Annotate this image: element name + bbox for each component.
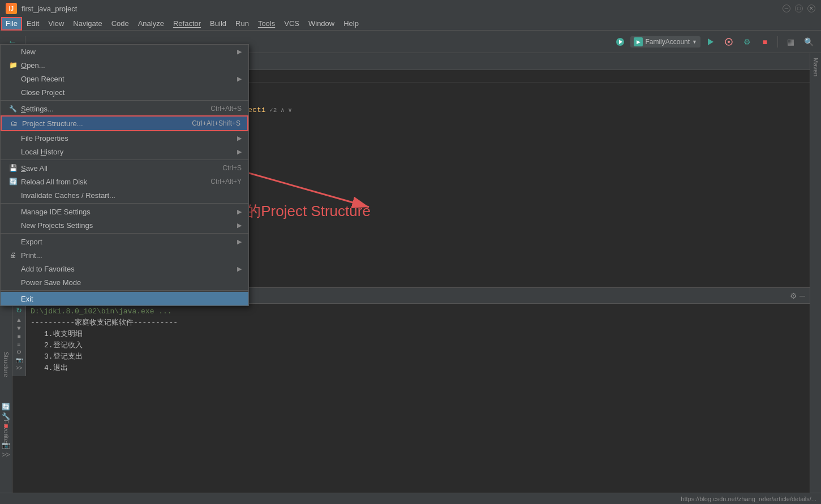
minimize-button[interactable]: ─: [783, 5, 790, 12]
print-icon: 🖨: [7, 251, 19, 260]
run-config-icon: [612, 34, 628, 50]
menu-item-close-project[interactable]: Close Project: [1, 85, 248, 99]
menu-item-manage-ide[interactable]: Manage IDE Settings ▶: [1, 205, 248, 218]
menu-item-power-save[interactable]: Power Save Mode: [1, 275, 248, 289]
menu-item-invalidate[interactable]: Invalidate Caches / Restart...: [1, 188, 248, 202]
close-button[interactable]: ✕: [807, 5, 815, 12]
export-arrow: ▶: [237, 238, 242, 245]
right-sidebar: Maven: [810, 53, 821, 493]
menu-item-add-favorites[interactable]: Add to Favorites ▶: [1, 262, 248, 275]
more-icon[interactable]: >>: [16, 365, 23, 371]
maximize-button[interactable]: □: [795, 5, 803, 12]
menu-item-exit[interactable]: Exit: [1, 292, 248, 305]
menu-help[interactable]: Help: [339, 17, 363, 31]
menu-bar: File Edit View Navigate Code Analyze Ref…: [0, 17, 821, 31]
rerun-icon[interactable]: ↻: [16, 306, 22, 315]
toolbar-icon-3[interactable]: ■: [4, 422, 8, 430]
menu-item-new[interactable]: New ▶: [1, 45, 248, 58]
maven-panel-label[interactable]: Maven: [811, 53, 820, 81]
save-icon: 💾: [7, 163, 19, 173]
menu-item-project-structure[interactable]: 🗂 Project Structure... Ctrl+Alt+Shift+S: [1, 115, 248, 131]
menu-code[interactable]: Code: [107, 17, 134, 31]
bottom-panel: Run: ▶ FamilyAccount ✕ ⚙ ─ ↻ ▲ ▼ ■: [12, 287, 810, 493]
settings-icon-menu: 🔧: [7, 104, 19, 113]
close-project-icon: [7, 88, 19, 97]
search-button[interactable]: 🔍: [801, 34, 816, 50]
config-icon: ▶: [634, 37, 643, 46]
menu-edit[interactable]: Edit: [22, 17, 44, 31]
structure-panel-label[interactable]: Structure: [1, 350, 12, 380]
menu-item-new-projects[interactable]: New Projects Settings ▶: [1, 218, 248, 232]
file-properties-arrow: ▶: [237, 135, 242, 142]
config-dropdown-icon: ▼: [692, 39, 697, 45]
menu-item-reload[interactable]: 🔄 Reload All from Disk Ctrl+Alt+Y: [1, 175, 248, 188]
dropdown-container: New ▶ 📁 Open... Open Recent ▶ Close Proj…: [0, 44, 249, 306]
run-output-line-4: 4.退出: [31, 363, 805, 374]
invalidate-icon: [7, 191, 19, 200]
menu-item-file-properties[interactable]: File Properties ▶: [1, 131, 248, 145]
manage-ide-arrow: ▶: [237, 208, 242, 216]
run-config-selector[interactable]: ▶ FamilyAccount ▼: [630, 36, 700, 48]
camera-icon[interactable]: 📷: [16, 357, 23, 363]
favorites-arrow: ▶: [237, 265, 242, 273]
window-controls[interactable]: ─ □ ✕: [783, 5, 815, 12]
config-name: FamilyAccount: [645, 38, 690, 46]
sep-4: [1, 233, 248, 234]
run-button[interactable]: [703, 34, 719, 50]
new-projects-icon: [7, 221, 19, 230]
coverage-button[interactable]: ▦: [783, 34, 798, 50]
menu-tools[interactable]: Tools: [253, 17, 280, 31]
toolbar-icon-2[interactable]: 🔧: [2, 412, 10, 420]
toolbar-sep-2: [777, 36, 778, 48]
menu-refactor[interactable]: Refactor: [169, 17, 205, 31]
status-bar: https://blog.csdn.net/zhang_refer/articl…: [0, 493, 821, 504]
project-structure-icon: 🗂: [8, 119, 20, 128]
build-button[interactable]: ⚙: [739, 34, 755, 50]
menu-item-open[interactable]: 📁 Open...: [1, 58, 248, 72]
file-properties-icon: [7, 133, 19, 143]
save-shortcut: Ctrl+S: [222, 164, 242, 172]
menu-file[interactable]: File: [1, 17, 22, 31]
sep-2: [1, 160, 248, 160]
menu-build[interactable]: Build: [205, 17, 231, 31]
favorites-icon: [7, 264, 19, 273]
project-structure-shortcut: Ctrl+Alt+Shift+S: [192, 119, 240, 127]
app-logo: IJ: [6, 3, 17, 14]
local-history-arrow: ▶: [237, 148, 242, 156]
toolbar-icon-1[interactable]: 🔄: [2, 403, 10, 411]
menu-item-export[interactable]: Export ▶: [1, 235, 248, 248]
menu-vcs[interactable]: VCS: [280, 17, 304, 31]
svg-marker-2: [708, 38, 713, 45]
toolbar-icon-6[interactable]: >>: [2, 451, 10, 459]
filter-icon[interactable]: ≡: [18, 341, 21, 347]
menu-navigate[interactable]: Navigate: [68, 17, 106, 31]
menu-window[interactable]: Window: [304, 17, 339, 31]
new-icon: [7, 47, 19, 56]
debug-button[interactable]: [721, 34, 737, 50]
toolbar-icon-4[interactable]: ≡: [4, 432, 8, 440]
menu-analyze[interactable]: Analyze: [134, 17, 169, 31]
sep-3: [1, 203, 248, 204]
open-recent-icon: [7, 74, 19, 83]
menu-item-settings[interactable]: 🔧 Settings... Ctrl+Alt+S: [1, 102, 248, 115]
menu-item-local-history[interactable]: Local History ▶: [1, 145, 248, 158]
window-title: first_java_project: [22, 5, 77, 13]
menu-view[interactable]: View: [44, 17, 68, 31]
menu-item-open-recent[interactable]: Open Recent ▶: [1, 72, 248, 85]
reload-icon: 🔄: [7, 177, 19, 186]
run-output[interactable]: D:\jdk1.8.0_102\bin\java.exe ... -------…: [26, 304, 810, 376]
menu-run[interactable]: Run: [231, 17, 253, 31]
sep-5: [1, 290, 248, 291]
stop-button[interactable]: ■: [757, 34, 773, 50]
collapse-icon[interactable]: ─: [799, 291, 805, 300]
scroll-up-icon[interactable]: ▲: [16, 316, 22, 323]
settings-icon[interactable]: ⚙: [790, 291, 797, 300]
open-icon: 📁: [7, 61, 19, 70]
toolbar-icon-5[interactable]: 📷: [2, 441, 10, 449]
stop-run-icon[interactable]: ■: [17, 333, 20, 339]
run-settings-icon[interactable]: ⚙: [16, 349, 22, 355]
scroll-down-icon[interactable]: ▼: [16, 325, 22, 331]
menu-item-save-all[interactable]: 💾 Save All Ctrl+S: [1, 161, 248, 175]
menu-item-print[interactable]: 🖨 Print...: [1, 248, 248, 262]
run-output-line-3: 3.登记支出: [31, 351, 805, 363]
